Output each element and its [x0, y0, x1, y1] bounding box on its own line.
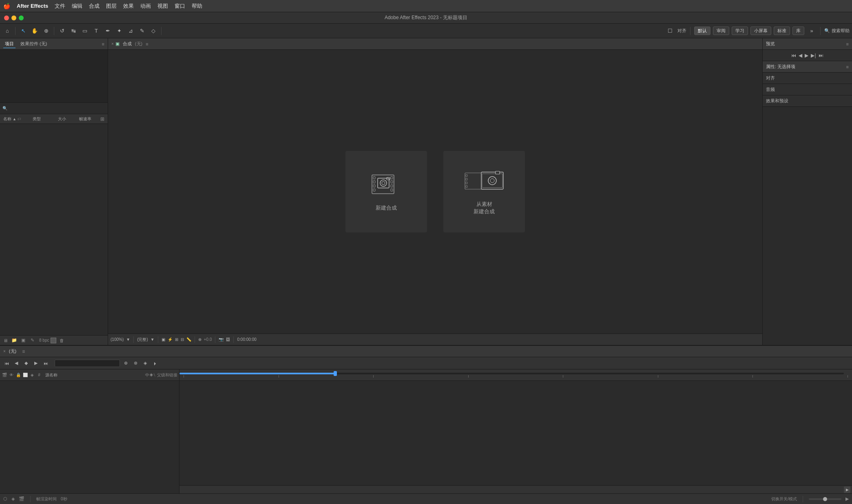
maximize-button[interactable] — [19, 15, 24, 20]
workspace-library[interactable]: 库 — [792, 27, 804, 35]
play-stop-button[interactable]: ▶ — [805, 53, 808, 58]
selection-tool[interactable]: ↖ — [18, 26, 28, 36]
home-button[interactable]: ⌂ — [2, 26, 12, 36]
workspace-learn[interactable]: 学习 — [732, 27, 748, 35]
next-frame-button[interactable]: ▶| — [811, 53, 816, 58]
pen-tool[interactable]: ✒ — [103, 26, 113, 36]
project-search-input[interactable] — [9, 106, 105, 111]
3d-view-icon[interactable]: ⊕ — [198, 337, 201, 342]
shape-tool[interactable]: ◇ — [148, 26, 158, 36]
app-name[interactable]: After Effects — [17, 3, 48, 9]
clone-tool[interactable]: ✦ — [114, 26, 124, 36]
mask-tool[interactable]: ▭ — [80, 26, 90, 36]
zoom-tool[interactable]: ⊕ — [41, 26, 51, 36]
sb-icon-1[interactable]: ⬡ — [3, 496, 7, 502]
tl-btn-5[interactable]: ⏭ — [42, 359, 50, 367]
zoom-level[interactable]: (100%) — [111, 337, 124, 342]
workspace-more[interactable]: » — [807, 26, 817, 36]
toggle-label[interactable]: 切换开关/模式 — [771, 496, 797, 502]
align-label[interactable]: 对齐 — [677, 28, 686, 34]
menu-effect[interactable]: 效果 — [123, 2, 134, 10]
timeline-search-input[interactable] — [55, 360, 120, 367]
play-button[interactable]: ▶ — [845, 496, 849, 502]
menu-help[interactable]: 帮助 — [192, 2, 202, 10]
tl-btn-4[interactable]: ▶ — [32, 359, 40, 367]
menu-edit[interactable]: 编辑 — [72, 2, 82, 10]
tl-btn-3[interactable]: ◆ — [22, 359, 30, 367]
effects-controls-tab[interactable]: 效果控件 (无) — [19, 40, 49, 48]
audio-section[interactable]: 音频 — [763, 84, 852, 95]
align-section[interactable]: 对齐 — [763, 73, 852, 84]
timeline-tab-close[interactable]: × — [3, 349, 6, 354]
preview-menu-icon[interactable]: ≡ — [846, 42, 849, 46]
workspace-default[interactable]: 默认 — [694, 27, 710, 35]
fast-preview-icon[interactable]: ⚡ — [168, 337, 173, 342]
zoom-dropdown-icon[interactable]: ▼ — [126, 337, 130, 342]
text-tool[interactable]: T — [91, 26, 101, 36]
effects-presets-section[interactable]: 效果和预设 — [763, 95, 852, 107]
transparency-icon[interactable]: ⊞ — [175, 337, 178, 342]
close-button[interactable] — [4, 15, 9, 20]
project-brush-icon[interactable]: ✎ — [29, 337, 36, 344]
comp-tab-name[interactable]: 合成 — [123, 41, 132, 47]
properties-menu-icon[interactable]: ≡ — [846, 64, 849, 69]
timecode-display[interactable]: 0:00:00:00 — [237, 337, 256, 342]
playback-speed-handle[interactable] — [823, 497, 827, 501]
project-comp-icon[interactable]: ▣ — [20, 337, 27, 344]
panel-menu-icon[interactable]: ≡ — [102, 42, 104, 46]
menu-animation[interactable]: 动画 — [140, 2, 151, 10]
ruler-icon[interactable]: 📏 — [186, 337, 191, 342]
comp-tab-close[interactable]: × — [111, 42, 114, 46]
tl-btn-7[interactable]: ⊗ — [131, 359, 139, 367]
last-frame-button[interactable]: ⏭ — [819, 53, 823, 58]
timeline-ruler[interactable] — [179, 369, 852, 381]
scroll-right-button[interactable]: ▶ — [844, 486, 850, 493]
hand-tool[interactable]: ✋ — [30, 26, 40, 36]
project-tab[interactable]: 项目 — [3, 40, 15, 48]
workspace-standard[interactable]: 标准 — [774, 27, 790, 35]
grid-icon[interactable]: ⊟ — [181, 337, 184, 342]
align-checkbox[interactable]: ☐ — [665, 26, 675, 36]
menu-window[interactable]: 窗口 — [175, 2, 185, 10]
tl-btn-8[interactable]: ◈ — [141, 359, 149, 367]
timeline-tab-menu[interactable]: ≡ — [22, 349, 25, 354]
menu-view[interactable]: 视图 — [157, 2, 168, 10]
col-header-fps[interactable]: 帧速率 — [77, 116, 98, 122]
menu-layer[interactable]: 图层 — [106, 2, 117, 10]
col-header-name[interactable]: 名称 ▲ 🏷 — [2, 116, 30, 122]
menu-composition[interactable]: 合成 — [89, 2, 100, 10]
prev-frame-button[interactable]: ◀ — [799, 53, 802, 58]
puppet-tool[interactable]: ✎ — [137, 26, 147, 36]
workspace-small-screen[interactable]: 小屏幕 — [750, 27, 771, 35]
sb-icon-2[interactable]: ◈ — [11, 496, 15, 502]
col-header-size[interactable]: 大小 — [56, 116, 77, 122]
col-header-type[interactable]: 类型 — [31, 116, 55, 122]
roto-tool[interactable]: ⊿ — [126, 26, 135, 36]
playback-speed-slider[interactable] — [809, 498, 841, 500]
tl-btn-9[interactable]: ⏵ — [151, 359, 159, 367]
tl-btn-6[interactable]: ⊕ — [122, 359, 130, 367]
snapshot-icon[interactable]: 📷 — [219, 337, 224, 342]
quality-dropdown-icon[interactable]: ▼ — [150, 337, 155, 342]
sb-icon-3[interactable]: 🎬 — [19, 496, 24, 502]
project-folder-icon[interactable]: 📁 — [11, 337, 18, 344]
comp-viewer-icon[interactable]: ▣ — [162, 337, 165, 342]
project-type-icon[interactable]: 🖥 — [2, 337, 9, 344]
tl-btn-1[interactable]: ⏮ — [2, 359, 11, 367]
from-footage-card[interactable]: 从素材 新建合成 — [443, 151, 525, 232]
project-delete-icon[interactable]: 🗑 — [58, 337, 65, 344]
color-swatch[interactable] — [51, 338, 56, 343]
rotate-tool[interactable]: ↺ — [57, 26, 67, 36]
workspace-review[interactable]: 审阅 — [713, 27, 729, 35]
menu-file[interactable]: 文件 — [55, 2, 65, 10]
first-frame-button[interactable]: ⏮ — [791, 53, 796, 58]
minimize-button[interactable] — [11, 15, 16, 20]
nudge-tool[interactable]: ↹ — [69, 26, 78, 36]
search-help-button[interactable]: 🔍 搜索帮助 — [824, 28, 850, 34]
new-composition-card[interactable]: 新建合成 — [345, 151, 427, 232]
tl-btn-2[interactable]: ◀ — [12, 359, 20, 367]
apple-menu[interactable]: 🍎 — [3, 3, 10, 9]
comp-tab-menu[interactable]: ≡ — [146, 42, 148, 46]
show-snapshot-icon[interactable]: 🖼 — [226, 337, 230, 342]
col-header-settings[interactable]: ⊞ — [99, 115, 106, 123]
